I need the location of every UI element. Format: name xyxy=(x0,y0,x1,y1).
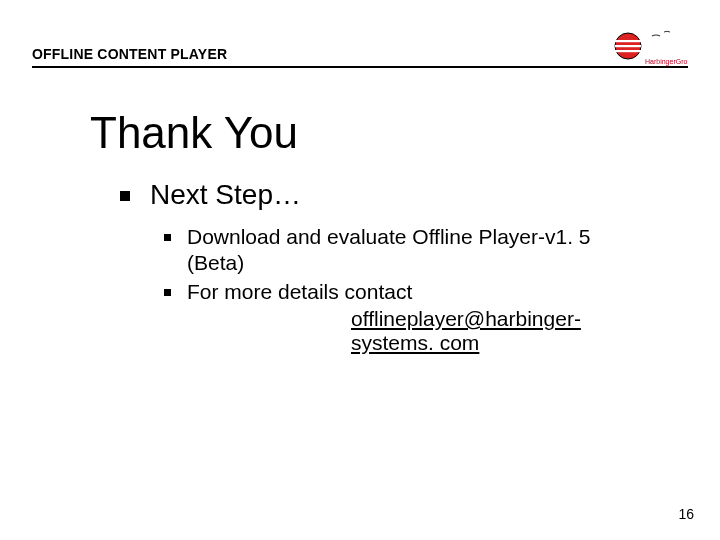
square-bullet-icon xyxy=(120,191,130,201)
page-number: 16 xyxy=(678,506,694,522)
brand-logo: HarbingerGroup xyxy=(606,30,688,70)
list-item: Download and evaluate Offline Player-v1.… xyxy=(164,224,634,277)
svg-rect-3 xyxy=(615,50,641,52)
header-label: OFFLINE CONTENT PLAYER xyxy=(32,46,227,66)
list-item: Next Step… xyxy=(120,180,301,211)
bullet-text: Next Step… xyxy=(150,180,301,211)
svg-rect-2 xyxy=(615,45,641,47)
logo-text: HarbingerGroup xyxy=(645,58,688,66)
square-bullet-icon xyxy=(164,289,171,296)
bullet-text: For more details contact xyxy=(187,279,412,305)
list-item: For more details contact xyxy=(164,279,634,305)
square-bullet-icon xyxy=(164,234,171,241)
slide-title: Thank You xyxy=(90,108,298,158)
bullet-text: Download and evaluate Offline Player-v1.… xyxy=(187,224,634,277)
header-bar: OFFLINE CONTENT PLAYER HarbingerGroup xyxy=(32,40,688,68)
bullet-level2: Download and evaluate Offline Player-v1.… xyxy=(164,224,634,355)
contact-email-link[interactable]: offlineplayer@harbinger-systems. com xyxy=(351,307,634,355)
bullet-level1: Next Step… xyxy=(120,180,301,211)
svg-rect-1 xyxy=(615,40,641,42)
